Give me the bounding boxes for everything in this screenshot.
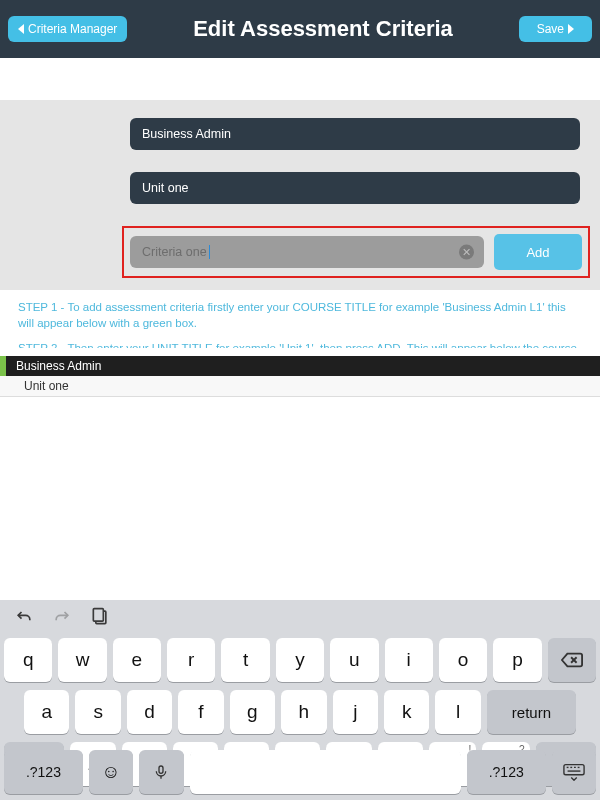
form-area: Business Admin Unit one Criteria one ✕ A…: [0, 100, 600, 290]
key-j[interactable]: j: [333, 690, 378, 734]
unit-title-value: Unit one: [142, 181, 189, 195]
numeric-mode-key-right[interactable]: .?123: [467, 750, 546, 794]
redo-icon[interactable]: [52, 607, 72, 631]
step1-text: STEP 1 - To add assessment criteria firs…: [18, 300, 582, 331]
numeric-mode-label-right: .?123: [489, 764, 524, 780]
key-t[interactable]: t: [221, 638, 269, 682]
spacer: [0, 58, 600, 100]
add-button[interactable]: Add: [494, 234, 582, 270]
undo-icon[interactable]: [14, 607, 34, 631]
key-row-2: asdfghjkl return: [0, 686, 600, 738]
key-s[interactable]: s: [75, 690, 120, 734]
svg-line-3: [571, 657, 577, 663]
svg-rect-4: [159, 766, 163, 773]
key-o[interactable]: o: [439, 638, 487, 682]
unit-title-input[interactable]: Unit one: [130, 172, 580, 204]
keyboard-toolbar: [0, 604, 600, 634]
tree-unit-row[interactable]: Unit one: [0, 376, 600, 397]
key-f[interactable]: f: [178, 690, 223, 734]
numeric-mode-label: .?123: [26, 764, 61, 780]
clear-text-icon[interactable]: ✕: [459, 245, 474, 260]
key-y[interactable]: y: [276, 638, 324, 682]
key-e[interactable]: e: [113, 638, 161, 682]
course-title-value: Business Admin: [142, 127, 231, 141]
on-screen-keyboard: qwertyuiop asdfghjkl return zxcvbnm !,?.…: [0, 600, 600, 800]
key-k[interactable]: k: [384, 690, 429, 734]
numeric-mode-key[interactable]: .?123: [4, 750, 83, 794]
course-title-input[interactable]: Business Admin: [130, 118, 580, 150]
mic-key[interactable]: [139, 750, 183, 794]
key-g[interactable]: g: [230, 690, 275, 734]
criteria-input[interactable]: Criteria one ✕: [130, 236, 484, 268]
svg-line-2: [571, 657, 577, 663]
page-title: Edit Assessment Criteria: [127, 16, 518, 42]
chevron-left-icon: [18, 24, 24, 34]
instructions: STEP 1 - To add assessment criteria firs…: [0, 290, 600, 348]
key-i[interactable]: i: [385, 638, 433, 682]
save-label: Save: [537, 22, 564, 36]
step2-text: STEP 2 - Then enter your UNIT TITLE for …: [18, 341, 582, 348]
save-button[interactable]: Save: [519, 16, 592, 42]
add-label: Add: [526, 245, 549, 260]
space-key[interactable]: [190, 750, 461, 794]
key-q[interactable]: q: [4, 638, 52, 682]
return-key[interactable]: return: [487, 690, 576, 734]
hide-keyboard-key[interactable]: [552, 750, 596, 794]
svg-rect-1: [93, 609, 103, 622]
tree-course-row[interactable]: Business Admin: [0, 356, 600, 376]
key-w[interactable]: w: [58, 638, 106, 682]
clipboard-icon[interactable]: [90, 607, 110, 631]
return-label: return: [512, 704, 551, 721]
key-d[interactable]: d: [127, 690, 172, 734]
key-u[interactable]: u: [330, 638, 378, 682]
chevron-right-icon: [568, 24, 574, 34]
backspace-key[interactable]: [548, 638, 596, 682]
criteria-highlight: Criteria one ✕ Add: [122, 226, 590, 278]
svg-rect-6: [564, 765, 584, 775]
tree-course-label: Business Admin: [16, 359, 101, 373]
emoji-key[interactable]: ☺: [89, 750, 133, 794]
key-l[interactable]: l: [435, 690, 480, 734]
back-label: Criteria Manager: [28, 22, 117, 36]
key-r[interactable]: r: [167, 638, 215, 682]
key-row-bottom: .?123 ☺ .?123: [0, 746, 600, 800]
key-row-1: qwertyuiop: [0, 634, 600, 686]
key-a[interactable]: a: [24, 690, 69, 734]
header-bar: Criteria Manager Edit Assessment Criteri…: [0, 0, 600, 58]
key-h[interactable]: h: [281, 690, 326, 734]
key-p[interactable]: p: [493, 638, 541, 682]
tree-unit-label: Unit one: [24, 379, 69, 393]
back-button[interactable]: Criteria Manager: [8, 16, 127, 42]
text-caret: [209, 245, 210, 259]
criteria-value: Criteria one: [142, 245, 207, 259]
